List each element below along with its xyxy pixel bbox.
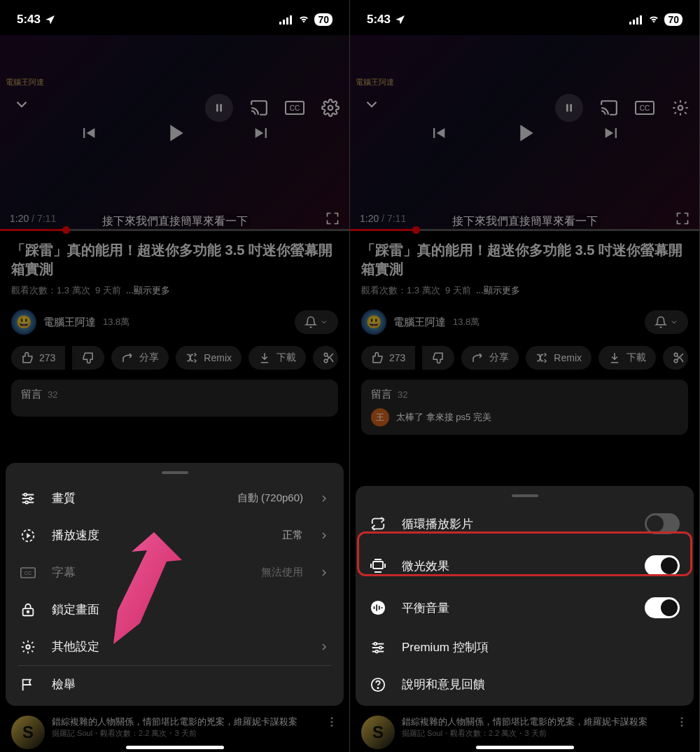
report-row[interactable]: 檢舉 xyxy=(6,666,344,703)
status-bar: 5:43 70 xyxy=(0,0,349,35)
svg-point-20 xyxy=(26,645,30,649)
sheet-grabber[interactable] xyxy=(162,471,188,474)
video-title[interactable]: 「踩雷」真的能用！超迷你多功能 3.5 吋迷你螢幕開箱實測 xyxy=(11,241,338,279)
next-icon[interactable] xyxy=(602,123,622,143)
channel-subs: 13.8萬 xyxy=(103,316,130,328)
cc-icon[interactable]: CC xyxy=(635,101,654,115)
comments-box[interactable]: 留言32 xyxy=(11,380,338,417)
thumbs-down-icon xyxy=(82,351,94,364)
more-icon[interactable] xyxy=(676,716,688,728)
ambient-toggle[interactable] xyxy=(645,555,680,576)
svg-rect-1 xyxy=(283,20,285,25)
clip-button[interactable] xyxy=(663,346,688,370)
cc-box-icon: CC xyxy=(20,566,36,579)
status-time: 5:43 xyxy=(367,13,391,27)
signal-icon xyxy=(629,15,643,25)
premium-row[interactable]: Premium 控制項 xyxy=(356,629,694,666)
channel-name[interactable]: 電腦王阿達 xyxy=(43,316,96,329)
video-stats[interactable]: 觀看次數：1.3 萬次 9 天前 ...顯示更多 xyxy=(11,284,338,297)
status-time: 5:43 xyxy=(17,13,41,27)
loop-row[interactable]: 循環播放影片 xyxy=(356,503,694,545)
sheet-grabber[interactable] xyxy=(512,494,538,497)
lock-icon xyxy=(20,602,36,618)
clip-button[interactable] xyxy=(313,346,338,370)
scissors-icon xyxy=(673,351,685,364)
collapse-button[interactable] xyxy=(13,95,31,113)
download-icon xyxy=(608,351,621,364)
signal-icon xyxy=(279,15,293,25)
svg-point-19 xyxy=(27,611,29,613)
location-icon xyxy=(45,14,56,25)
svg-point-24 xyxy=(331,725,333,727)
subscribe-bell[interactable] xyxy=(295,310,338,334)
pause-button[interactable] xyxy=(555,94,583,122)
svg-rect-39 xyxy=(376,604,377,611)
related-thumb: S xyxy=(11,716,45,749)
volume-row[interactable]: 平衡音量 xyxy=(356,587,694,629)
svg-text:CC: CC xyxy=(24,571,31,576)
cast-icon[interactable] xyxy=(600,99,618,117)
remix-button[interactable]: Remix xyxy=(176,346,241,370)
pause-button[interactable] xyxy=(205,94,233,122)
next-icon[interactable] xyxy=(252,123,272,143)
video-player[interactable]: 電腦王阿達 CC 1:20 / 7:11 接下來我們直接簡單來看一下 xyxy=(350,35,699,231)
prev-icon[interactable] xyxy=(78,123,98,143)
prev-icon[interactable] xyxy=(428,123,448,143)
loop-toggle[interactable] xyxy=(645,513,680,534)
svg-rect-25 xyxy=(629,22,631,25)
download-button[interactable]: 下載 xyxy=(598,346,656,370)
settings-icon[interactable] xyxy=(671,99,690,117)
wifi-icon xyxy=(298,15,310,25)
feedback-row[interactable]: 說明和意見回饋 xyxy=(356,666,694,703)
fullscreen-icon[interactable] xyxy=(676,211,690,225)
quality-row[interactable]: 畫質 自動 (720p60) xyxy=(6,480,344,517)
status-bar: 5:43 70 xyxy=(350,0,699,35)
video-title[interactable]: 「踩雷」真的能用！超迷你多功能 3.5 吋迷你螢幕開箱實測 xyxy=(361,241,688,279)
cc-icon[interactable]: CC xyxy=(285,101,304,115)
fullscreen-icon[interactable] xyxy=(326,211,340,225)
volume-toggle[interactable] xyxy=(645,597,680,618)
remix-button[interactable]: Remix xyxy=(526,346,592,370)
svg-point-42 xyxy=(374,642,377,645)
settings-icon[interactable] xyxy=(321,99,340,117)
svg-point-13 xyxy=(25,501,28,503)
video-stats[interactable]: 觀看次數：1.3 萬次 9 天前 ...顯示更多 xyxy=(361,284,688,297)
collapse-button[interactable] xyxy=(363,95,381,113)
channel-watermark: 電腦王阿達 xyxy=(6,77,44,88)
channel-avatar[interactable]: 😃 xyxy=(11,309,36,335)
home-indicator[interactable] xyxy=(476,746,574,749)
svg-point-48 xyxy=(681,721,683,723)
comment-avatar: 王 xyxy=(371,408,389,426)
download-button[interactable]: 下載 xyxy=(248,346,306,370)
svg-text:CC: CC xyxy=(290,104,300,112)
svg-text:CC: CC xyxy=(640,104,650,112)
scissors-icon xyxy=(323,351,335,364)
svg-marker-21 xyxy=(113,532,182,644)
dislike-button[interactable] xyxy=(72,346,104,370)
sliders-icon xyxy=(20,491,36,506)
like-button[interactable]: 273 xyxy=(361,346,415,370)
subscribe-bell[interactable] xyxy=(645,310,688,334)
share-button[interactable]: 分享 xyxy=(111,346,169,370)
download-icon xyxy=(258,351,271,364)
comments-box[interactable]: 留言32 王 太棒了 拿來接 ps5 完美 xyxy=(361,380,688,435)
play-icon[interactable] xyxy=(511,119,539,147)
play-icon[interactable] xyxy=(161,119,189,147)
dislike-button[interactable] xyxy=(422,346,454,370)
svg-marker-15 xyxy=(27,533,31,538)
svg-point-43 xyxy=(379,646,382,649)
home-indicator[interactable] xyxy=(126,746,224,749)
video-time: 1:20 / 7:11 xyxy=(360,213,406,224)
svg-rect-3 xyxy=(290,15,292,25)
cast-icon[interactable] xyxy=(250,99,268,117)
ambient-row[interactable]: 微光效果 xyxy=(356,545,694,587)
video-player[interactable]: 電腦王阿達 CC 1:20 / 7:11 xyxy=(0,35,349,231)
svg-rect-2 xyxy=(286,18,288,25)
channel-avatar[interactable]: 😃 xyxy=(361,309,386,335)
battery-indicator: 70 xyxy=(664,13,682,26)
share-button[interactable]: 分享 xyxy=(461,346,519,370)
channel-name[interactable]: 電腦王阿達 xyxy=(393,316,446,329)
thumbs-up-icon xyxy=(21,351,34,364)
more-icon[interactable] xyxy=(326,716,338,728)
like-button[interactable]: 273 xyxy=(11,346,65,370)
